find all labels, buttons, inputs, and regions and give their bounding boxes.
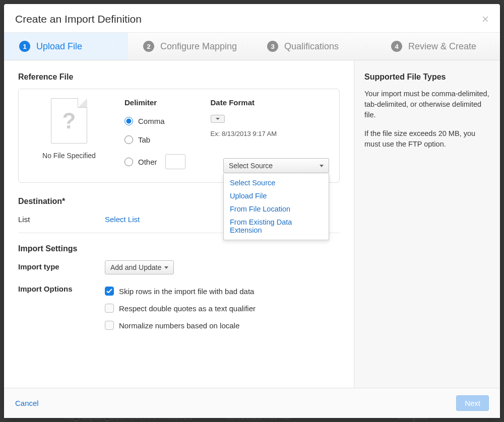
date-format-heading: Date Format	[211, 98, 277, 107]
list-label: List	[18, 213, 99, 224]
delimiter-group: Delimiter Comma Tab Other	[124, 98, 185, 172]
date-format-dropdown[interactable]	[211, 115, 225, 123]
step-label: Configure Mapping	[160, 41, 237, 52]
import-type-dropdown[interactable]: Add and Update	[105, 260, 174, 274]
reference-file-heading: Reference File	[18, 73, 340, 82]
source-option-select-source[interactable]: Select Source	[224, 176, 329, 189]
option-respect-quotes[interactable]: Respect double quotes as a text qualifie…	[105, 300, 256, 317]
select-list-link[interactable]: Select List	[105, 213, 140, 224]
select-source-dropdown[interactable]: Select Source Select Source Upload File …	[223, 158, 329, 173]
select-source-menu: Select Source Upload File From File Loca…	[223, 173, 329, 240]
radio-input[interactable]	[124, 117, 133, 125]
radio-label: Other	[138, 158, 157, 166]
file-placeholder-icon: ?	[51, 98, 87, 144]
delimiter-tab-radio[interactable]: Tab	[124, 132, 185, 147]
option-skip-bad-rows[interactable]: Skip rows in the import file with bad da…	[105, 283, 256, 300]
import-type-row: Import type Add and Update	[18, 260, 340, 274]
checkbox-label: Respect double quotes as a text qualifie…	[119, 304, 256, 313]
checkbox-icon[interactable]	[105, 321, 114, 330]
step-label: Qualifications	[284, 41, 339, 52]
source-option-existing-de[interactable]: From Existing Data Extension	[224, 216, 329, 237]
delimiter-other-radio[interactable]: Other	[124, 151, 185, 172]
import-options-row: Import Options Skip rows in the import f…	[18, 283, 340, 334]
chevron-down-icon	[164, 266, 168, 269]
step-num-3: 3	[267, 41, 278, 52]
step-num-1: 1	[19, 41, 30, 52]
radio-input[interactable]	[124, 158, 133, 166]
radio-input[interactable]	[124, 135, 133, 144]
import-definition-modal: Create an Import Definition × 1 Upload F…	[4, 4, 500, 418]
date-format-example: Ex: 8/13/2013 9:17 AM	[211, 130, 277, 137]
import-type-label: Import type	[18, 260, 99, 271]
delimiter-heading: Delimiter	[124, 98, 185, 107]
step-upload-file[interactable]: 1 Upload File	[4, 33, 128, 60]
next-button[interactable]: Next	[456, 395, 489, 411]
modal-title: Create an Import Definition	[15, 13, 142, 25]
cancel-button[interactable]: Cancel	[15, 399, 39, 407]
delimiter-comma-radio[interactable]: Comma	[124, 114, 185, 128]
step-label: Review & Create	[408, 41, 476, 52]
step-num-2: 2	[143, 41, 154, 52]
side-panel: Supported File Types Your import must be…	[354, 60, 500, 388]
checkbox-label: Normalize numbers based on locale	[119, 321, 239, 330]
checkbox-label: Skip rows in the import file with bad da…	[119, 287, 254, 296]
select-source-button[interactable]: Select Source	[223, 158, 329, 173]
import-settings-heading: Import Settings	[18, 244, 340, 253]
supported-types-p1: Your import must be comma-delimited, tab…	[364, 89, 490, 120]
radio-label: Tab	[138, 135, 150, 144]
supported-types-heading: Supported File Types	[364, 73, 490, 82]
import-options-list: Skip rows in the import file with bad da…	[105, 283, 256, 334]
checkbox-icon[interactable]	[105, 287, 114, 296]
dropdown-value: Add and Update	[110, 263, 161, 271]
no-file-label: No File Specified	[42, 152, 96, 160]
file-preview: ? No File Specified	[29, 98, 109, 172]
step-configure-mapping[interactable]: 2 Configure Mapping	[128, 33, 252, 60]
supported-types-p2: If the file size exceeds 20 MB, you must…	[364, 128, 490, 150]
modal-header: Create an Import Definition ×	[4, 4, 500, 33]
radio-label: Comma	[138, 117, 165, 125]
close-icon[interactable]: ×	[482, 13, 489, 25]
dropdown-value: Select Source	[229, 162, 273, 170]
delimiter-other-input[interactable]	[165, 154, 185, 169]
reference-file-box: ? No File Specified Delimiter Comma Tab	[18, 89, 340, 183]
checkbox-icon[interactable]	[105, 304, 114, 313]
step-num-4: 4	[391, 41, 402, 52]
step-review-create[interactable]: 4 Review & Create	[376, 33, 500, 60]
step-qualifications[interactable]: 3 Qualifications	[252, 33, 376, 60]
wizard-stepper: 1 Upload File 2 Configure Mapping 3 Qual…	[4, 33, 500, 60]
main-column: Reference File ? No File Specified Delim…	[4, 60, 354, 388]
step-label: Upload File	[36, 41, 82, 52]
source-option-upload-file[interactable]: Upload File	[224, 189, 329, 202]
import-options-label: Import Options	[18, 283, 99, 293]
modal-footer: Cancel Next	[4, 388, 500, 418]
source-option-file-location[interactable]: From File Location	[224, 202, 329, 216]
chevron-down-icon	[320, 165, 324, 167]
option-normalize-numbers[interactable]: Normalize numbers based on locale	[105, 317, 256, 334]
modal-body: Reference File ? No File Specified Delim…	[4, 60, 500, 388]
